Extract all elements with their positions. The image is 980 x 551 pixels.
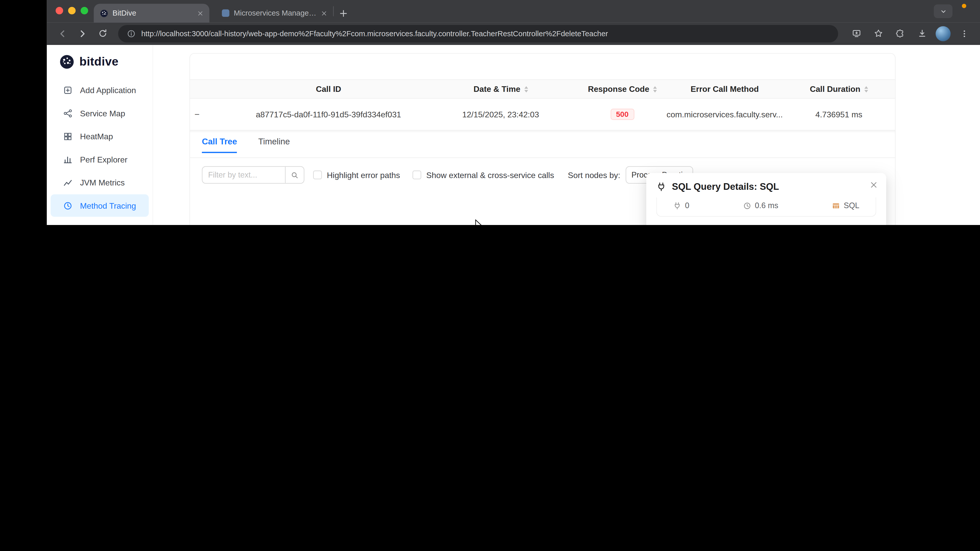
browser-menu-icon[interactable] — [956, 25, 973, 41]
bitdive-app: bitdive Add Application Service Map Heat… — [47, 45, 980, 225]
profile-avatar[interactable] — [935, 26, 951, 41]
reload-button[interactable] — [94, 25, 111, 41]
site-info-icon[interactable] — [127, 29, 135, 38]
back-button[interactable] — [54, 25, 71, 41]
table-row[interactable]: − a87717c5-da0f-11f0-91d5-39fd334ef031 1… — [190, 99, 895, 130]
sidebar: bitdive Add Application Service Map Heat… — [47, 45, 153, 225]
fullscreen-window-button[interactable] — [81, 7, 88, 14]
column-header-error-method: Error Call Method — [667, 80, 783, 98]
jvm-metrics-icon — [63, 178, 73, 187]
bitdive-favicon — [100, 9, 108, 17]
add-application-icon — [63, 85, 73, 95]
expand-column-header — [190, 80, 234, 98]
checkbox-label: Show external & cross-service calls — [426, 170, 554, 179]
bookmark-star-icon[interactable] — [870, 25, 886, 41]
sort-carets-icon[interactable] — [653, 86, 657, 92]
microservices-favicon — [222, 10, 229, 17]
highlight-errors-option[interactable]: Highlight error paths — [313, 170, 400, 179]
close-window-button[interactable] — [56, 7, 63, 14]
tab-title: Microservices Management — [234, 9, 317, 17]
close-tab-icon[interactable] — [321, 10, 327, 16]
call-tree-toolbar: Highlight error paths Show external & cr… — [202, 166, 694, 184]
column-header-duration[interactable]: Call Duration — [783, 80, 895, 98]
call-tree-tabs: Call Tree Timeline — [202, 137, 290, 153]
app-logo-text: bitdive — [80, 55, 118, 69]
tab-timeline[interactable]: Timeline — [258, 137, 290, 153]
window-controls — [56, 7, 88, 14]
sql-table-icon — [832, 202, 840, 210]
query-stats-row: 0 0.6 ms SQL — [656, 197, 876, 217]
panel-header: SQL Query Details: SQL — [646, 173, 886, 197]
tab-call-tree[interactable]: Call Tree — [202, 137, 237, 153]
query-calls-stat: 0 — [673, 201, 690, 210]
address-bar[interactable]: http://localhost:3000/call-history/web-a… — [118, 25, 838, 42]
column-header-response-code[interactable]: Response Code — [578, 80, 667, 98]
sidebar-item-label: Alert History — [80, 224, 124, 225]
minimize-window-button[interactable] — [68, 7, 76, 14]
install-app-icon[interactable] — [848, 25, 864, 41]
checkbox-label: Highlight error paths — [327, 170, 400, 179]
table-top-spacer — [190, 54, 895, 79]
external-calls-checkbox[interactable] — [412, 171, 421, 179]
sql-query-icon — [656, 181, 666, 191]
method-tracing-icon — [63, 201, 73, 210]
filter-input[interactable] — [202, 171, 285, 179]
filter-input-group — [202, 166, 304, 184]
sort-carets-icon[interactable] — [864, 86, 868, 92]
sidebar-item-heatmap[interactable]: HeatMap — [51, 125, 148, 148]
sidebar-item-method-tracing[interactable]: Method Tracing — [51, 194, 148, 217]
highlight-errors-checkbox[interactable] — [313, 171, 322, 179]
sidebar-item-label: Method Tracing — [80, 201, 136, 210]
tabs-divider — [190, 157, 895, 158]
query-type-value: SQL — [844, 201, 859, 210]
collapse-row-button[interactable]: − — [194, 110, 200, 119]
url-text[interactable]: http://localhost:3000/call-history/web-a… — [141, 29, 608, 38]
sidebar-item-jvm-metrics[interactable]: JVM Metrics — [51, 171, 148, 194]
tab-title: BitDive — [113, 9, 193, 17]
sidebar-item-perf-explorer[interactable]: Perf Explorer — [51, 148, 148, 170]
query-duration-stat: 0.6 ms — [743, 201, 778, 210]
perf-explorer-icon — [63, 155, 73, 164]
status-badge: 500 — [611, 109, 634, 120]
browser-tab-microservices[interactable]: Microservices Management — [216, 4, 333, 22]
search-icon[interactable] — [285, 167, 304, 183]
app-logo[interactable]: bitdive — [47, 45, 153, 69]
duration-value: 4.736951 ms — [783, 99, 895, 130]
column-header-call-id: Call ID — [234, 80, 423, 98]
close-tab-icon[interactable] — [197, 10, 203, 16]
sidebar-item-alert-history[interactable]: Alert History — [51, 218, 148, 225]
query-calls-value: 0 — [685, 201, 689, 210]
browser-window: BitDive Microservices Management — [47, 0, 980, 225]
forward-button[interactable] — [74, 25, 91, 41]
tab-strip: BitDive Microservices Management — [47, 0, 980, 22]
browser-tab-bitdive[interactable]: BitDive — [94, 4, 209, 22]
bitdive-logo-icon — [59, 54, 75, 69]
call-id-value: a87717c5-da0f-11f0-91d5-39fd334ef031 — [234, 99, 423, 130]
extensions-icon[interactable] — [892, 25, 908, 41]
alert-history-icon — [63, 224, 73, 225]
query-duration-value: 0.6 ms — [755, 201, 778, 210]
sidebar-item-label: Service Map — [80, 108, 125, 118]
sidebar-nav: Add Application Service Map HeatMap Perf… — [47, 79, 153, 225]
tab-search-button[interactable] — [934, 4, 953, 18]
sidebar-item-add-application[interactable]: Add Application — [51, 79, 148, 101]
notification-dot — [962, 4, 966, 8]
plug-icon — [673, 202, 681, 210]
sort-carets-icon[interactable] — [524, 86, 528, 92]
sidebar-item-label: JVM Metrics — [80, 178, 124, 187]
column-header-datetime[interactable]: Date & Time — [423, 80, 578, 98]
table-header-row: Call ID Date & Time Response Code Error … — [190, 79, 895, 99]
mouse-cursor — [475, 219, 483, 225]
sort-nodes-label: Sort nodes by: — [568, 170, 620, 179]
error-method-value: com.microservices.faculty.serv... — [667, 99, 783, 130]
downloads-icon[interactable] — [914, 25, 930, 41]
close-panel-icon[interactable] — [870, 181, 877, 189]
sql-details-panel: SQL Query Details: SQL 0 — [646, 173, 886, 225]
sidebar-item-label: Perf Explorer — [80, 155, 127, 164]
datetime-value: 12/15/2025, 23:42:03 — [423, 99, 578, 130]
new-tab-button[interactable] — [339, 9, 348, 18]
call-history-table: Call ID Date & Time Response Code Error … — [189, 53, 896, 225]
external-calls-option[interactable]: Show external & cross-service calls — [412, 170, 554, 179]
sidebar-item-service-map[interactable]: Service Map — [51, 102, 148, 124]
tab-separator — [333, 6, 334, 16]
